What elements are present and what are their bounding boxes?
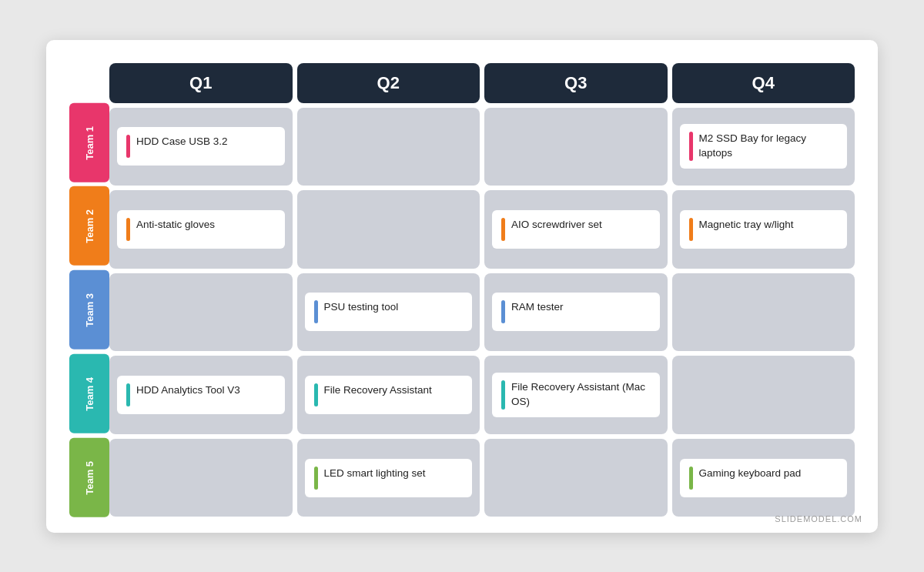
team-label-1: Team 1 <box>69 103 109 182</box>
card-q4-t2: Magnetic tray w/light <box>680 210 848 249</box>
cell-q1-t1: HDD Case USB 3.2 <box>109 108 293 186</box>
card-bar <box>689 218 693 241</box>
card-q1-t1: HDD Case USB 3.2 <box>117 127 285 166</box>
card-bar <box>501 218 505 241</box>
quarter-header-q1: Q1 <box>109 63 293 103</box>
quarter-header-q2: Q2 <box>297 63 480 103</box>
card-text: AIO screwdriver set <box>511 218 651 241</box>
team-label-4: Team 4 <box>69 354 109 433</box>
card-q1-t4: HDD Analytics Tool V3 <box>117 376 285 414</box>
card-bar <box>314 467 318 490</box>
team-label-3: Team 3 <box>69 270 109 350</box>
card-bar <box>126 135 130 158</box>
cell-q3-t5 <box>484 439 668 517</box>
card-text: Magnetic tray w/light <box>699 218 839 241</box>
team-labels-column: Team 1Team 2Team 3Team 4Team 5 <box>69 103 109 517</box>
cell-q4-t1: M2 SSD Bay for legacy laptops <box>672 108 855 186</box>
card-q3-t2: AIO screwdriver set <box>492 210 660 249</box>
card-bar <box>314 300 318 323</box>
slide-container: Team 1Team 2Team 3Team 4Team 5 Q1HDD Cas… <box>46 40 878 533</box>
card-bar <box>126 383 130 406</box>
quarter-col-q4: Q4M2 SSD Bay for legacy laptopsMagnetic … <box>672 63 855 517</box>
card-text: Anti-static gloves <box>136 218 276 241</box>
cell-q4-t3 <box>672 273 855 352</box>
card-q1-t2: Anti-static gloves <box>117 210 285 249</box>
card-q3-t4: File Recovery Assistant (Mac OS) <box>492 373 660 417</box>
cell-q4-t4 <box>672 356 855 434</box>
quarter-col-q2: Q2PSU testing toolFile Recovery Assistan… <box>297 63 480 517</box>
cell-q3-t2: AIO screwdriver set <box>484 190 668 269</box>
card-text: M2 SSD Bay for legacy laptops <box>699 132 839 161</box>
cell-q2-t4: File Recovery Assistant <box>297 356 480 434</box>
card-bar <box>501 380 505 410</box>
quarter-header-q4: Q4 <box>672 63 855 103</box>
quarters-area: Q1HDD Case USB 3.2Anti-static glovesHDD … <box>109 63 855 517</box>
cell-q2-t1 <box>297 108 480 186</box>
cell-q1-t5 <box>109 439 293 517</box>
quarter-header-q3: Q3 <box>484 63 668 103</box>
card-bar <box>126 218 130 241</box>
cell-q2-t5: LED smart lighting set <box>297 439 480 517</box>
cell-q3-t3: RAM tester <box>484 273 668 352</box>
cell-q1-t2: Anti-static gloves <box>109 190 293 269</box>
card-q4-t1: M2 SSD Bay for legacy laptops <box>680 124 848 169</box>
team-label-5: Team 5 <box>69 438 109 517</box>
card-bar <box>689 132 693 161</box>
team-label-2: Team 2 <box>69 186 109 266</box>
watermark: SLIDEMODEL.COM <box>775 514 862 523</box>
card-q4-t5: Gaming keyboard pad <box>680 459 848 497</box>
card-text: LED smart lighting set <box>324 467 464 490</box>
card-bar <box>689 467 693 490</box>
quarter-col-q3: Q3AIO screwdriver setRAM testerFile Reco… <box>484 63 668 517</box>
card-text: RAM tester <box>511 300 651 323</box>
card-text: Gaming keyboard pad <box>699 467 839 490</box>
cell-q4-t5: Gaming keyboard pad <box>672 439 855 517</box>
card-text: HDD Analytics Tool V3 <box>136 383 276 406</box>
grid-wrapper: Team 1Team 2Team 3Team 4Team 5 Q1HDD Cas… <box>69 63 855 517</box>
cell-q1-t4: HDD Analytics Tool V3 <box>109 356 293 434</box>
card-text: HDD Case USB 3.2 <box>136 135 276 158</box>
card-text: PSU testing tool <box>324 300 464 323</box>
cell-q1-t3 <box>109 273 293 352</box>
card-q2-t3: PSU testing tool <box>305 293 473 331</box>
card-bar <box>314 383 318 406</box>
card-text: File Recovery Assistant <box>324 383 464 406</box>
cell-q3-t4: File Recovery Assistant (Mac OS) <box>484 356 668 434</box>
cell-q2-t2 <box>297 190 480 269</box>
card-bar <box>501 300 505 323</box>
card-q3-t3: RAM tester <box>492 293 660 331</box>
card-q2-t4: File Recovery Assistant <box>305 376 473 414</box>
card-text: File Recovery Assistant (Mac OS) <box>511 380 651 410</box>
quarter-col-q1: Q1HDD Case USB 3.2Anti-static glovesHDD … <box>109 63 293 517</box>
cell-q4-t2: Magnetic tray w/light <box>672 190 855 269</box>
cell-q2-t3: PSU testing tool <box>297 273 480 352</box>
cell-q3-t1 <box>484 108 668 186</box>
card-q2-t5: LED smart lighting set <box>305 459 473 497</box>
